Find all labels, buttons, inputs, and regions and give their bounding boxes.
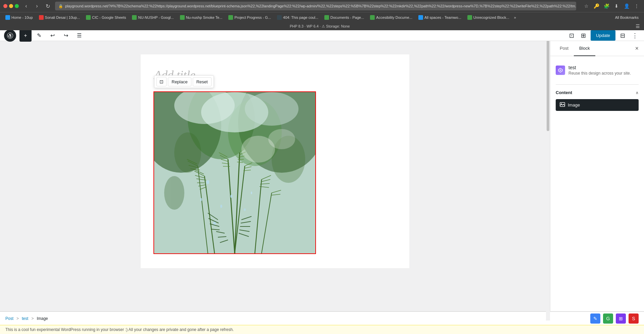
bookmark-nu-nushp[interactable]: NU-NUSHP - Googl... xyxy=(129,14,176,21)
back-button[interactable]: ‹ xyxy=(21,1,31,11)
bookmark-favicon xyxy=(132,15,137,20)
extensions-icon[interactable]: 🧩 xyxy=(602,2,610,10)
content-chevron-icon: ∧ xyxy=(636,90,639,95)
svg-point-51 xyxy=(251,192,252,194)
bookmark-label: Nu-nushp Smoke Te... xyxy=(186,15,223,19)
bookmark-cic[interactable]: CIC - Google Sheets xyxy=(83,14,129,21)
address-bar[interactable]: 🔒 playground.wordpress.net/?#%7B%22schem… xyxy=(55,2,576,10)
wp-logo xyxy=(4,30,16,42)
bookmark-unrecognized[interactable]: Unrecognized Block... xyxy=(465,14,512,21)
tab-post[interactable]: Post xyxy=(554,41,574,56)
canvas-scrollbar-thumb[interactable] xyxy=(547,41,549,131)
pattern-info: test Reuse this design across your site. xyxy=(568,65,639,76)
more-options-button[interactable]: ⋮ xyxy=(630,30,640,41)
bottom-red-button[interactable]: S xyxy=(629,314,639,324)
minimize-dot[interactable] xyxy=(9,4,13,8)
reset-button[interactable]: Reset xyxy=(193,77,212,86)
svg-point-67 xyxy=(164,176,184,210)
reload-button[interactable]: ↻ xyxy=(43,1,52,11)
svg-point-47 xyxy=(220,205,222,208)
bottom-grid-button[interactable]: ⊞ xyxy=(616,314,626,324)
sidebar-image-block-item[interactable]: Image xyxy=(556,99,639,111)
post-content-area: Add title ⊡ Replace Reset xyxy=(141,54,409,268)
bookmark-404[interactable]: 404: This page coul... xyxy=(274,14,321,21)
edit-mode-button[interactable]: ✎ xyxy=(33,30,45,42)
breadcrumb-sep1: > xyxy=(16,316,19,321)
bookmark-favicon xyxy=(418,15,423,20)
undo-button[interactable]: ↩ xyxy=(46,30,58,42)
bottom-bar-right: ✎ G ⊞ S xyxy=(590,314,639,324)
bookmark-accessibility[interactable]: Accesibility Docume... xyxy=(367,14,415,21)
bookmark-teamwork[interactable]: All spaces - Teamwo... xyxy=(416,14,464,21)
list-view-button[interactable]: ☰ xyxy=(73,30,85,42)
maximize-dot[interactable] xyxy=(15,4,19,8)
content-section-header[interactable]: Content ∧ xyxy=(556,89,639,96)
svg-point-65 xyxy=(174,132,201,173)
pattern-icon xyxy=(556,66,565,75)
bookmarks-bar: Home - 10up Sonali Desai | 10up... CIC -… xyxy=(0,12,644,22)
profile-icon[interactable]: 👤 xyxy=(623,2,631,10)
browser-right-icons: ☆ 🔑 🧩 ⬇ 👤 ⋮ xyxy=(582,2,641,10)
plant-image xyxy=(154,92,315,253)
download-icon[interactable]: ⬇ xyxy=(612,2,620,10)
svg-point-48 xyxy=(230,195,232,198)
bookmark-label: All spaces - Teamwo... xyxy=(424,15,461,19)
bookmark-label: Unrecognized Block... xyxy=(473,15,509,19)
bookmark-label: Sonali Desai | 10up... xyxy=(45,15,80,19)
canvas-scrollbar[interactable] xyxy=(546,41,550,311)
bottom-pencil-button[interactable]: ✎ xyxy=(590,314,600,324)
bookmark-favicon xyxy=(5,15,10,20)
replace-button[interactable]: Replace xyxy=(168,77,191,86)
tab-block[interactable]: Block xyxy=(574,41,595,56)
add-block-button[interactable]: + xyxy=(19,30,32,42)
bookmark-sonali[interactable]: Sonali Desai | 10up... xyxy=(36,14,83,21)
bookmark-label: Project Progress - G... xyxy=(234,15,271,19)
lock-icon: 🔒 xyxy=(58,4,63,8)
bookmark-favicon xyxy=(467,15,472,20)
browser-chrome: ‹ › ↻ 🔒 playground.wordpress.net/?#%7B%2… xyxy=(0,0,644,12)
browser-dots xyxy=(3,4,19,8)
bookmark-home[interactable]: Home - 10up xyxy=(3,14,36,21)
bookmark-docs[interactable]: Documents - Page... xyxy=(322,14,367,21)
image-block[interactable]: ⊡ Replace Reset xyxy=(154,92,315,253)
bookmark-favicon xyxy=(324,15,329,20)
content-section: Content ∧ Image xyxy=(556,84,639,111)
more-icon[interactable]: ⋮ xyxy=(633,2,641,10)
pattern-item: test Reuse this design across your site. xyxy=(556,61,639,79)
bookmarks-more[interactable]: » xyxy=(514,15,516,19)
bookmark-favicon xyxy=(277,15,282,20)
bottom-google-button[interactable]: G xyxy=(603,314,613,324)
redo-button[interactable]: ↪ xyxy=(60,30,72,42)
password-icon[interactable]: 🔑 xyxy=(592,2,600,10)
close-dot[interactable] xyxy=(3,4,7,8)
all-bookmarks[interactable]: All Bookmarks xyxy=(612,14,641,20)
bookmark-label: Documents - Page... xyxy=(330,15,364,19)
external-link-button[interactable]: ⊞ xyxy=(579,30,588,41)
svg-point-69 xyxy=(268,129,295,149)
bookmark-smoke[interactable]: Nu-nushp Smoke Te... xyxy=(177,14,225,21)
image-block-icon xyxy=(560,102,565,108)
bookmark-favicon xyxy=(39,15,44,20)
sidebar-content: test Reuse this design across your site.… xyxy=(550,56,644,311)
wp-toolbar: PHP 8.3 · WP 6.4 · ⚠ Storage: None ☰ + ✎… xyxy=(0,22,644,41)
bookmark-label: Accesibility Docume... xyxy=(376,15,412,19)
bookmark-star-icon[interactable]: ☆ xyxy=(582,2,590,10)
svg-point-50 xyxy=(244,208,246,211)
view-mode-button[interactable]: ⊡ xyxy=(567,30,576,41)
bookmark-progress[interactable]: Project Progress - G... xyxy=(226,14,274,21)
bookmark-favicon xyxy=(370,15,375,20)
forward-button[interactable]: › xyxy=(32,1,42,11)
sidebar-toggle-header[interactable]: ☰ xyxy=(636,24,640,29)
wp-canvas[interactable]: Add title ⊡ Replace Reset xyxy=(0,41,550,311)
breadcrumb-test[interactable]: test xyxy=(22,316,28,321)
svg-point-52 xyxy=(200,198,202,201)
breadcrumb-post[interactable]: Post xyxy=(5,316,13,321)
sidebar-close-button[interactable]: × xyxy=(634,44,640,53)
crop-button[interactable]: ⊡ xyxy=(156,77,167,86)
bottom-notice: This is a cool fun experimental WordPres… xyxy=(0,325,644,334)
bookmark-label: CIC - Google Sheets xyxy=(92,15,126,19)
breadcrumb-image: Image xyxy=(37,316,48,321)
update-button[interactable]: Update xyxy=(591,30,615,41)
sidebar-settings-button[interactable]: ⊟ xyxy=(618,30,627,41)
wp-editor: PHP 8.3 · WP 6.4 · ⚠ Storage: None ☰ + ✎… xyxy=(0,22,644,334)
